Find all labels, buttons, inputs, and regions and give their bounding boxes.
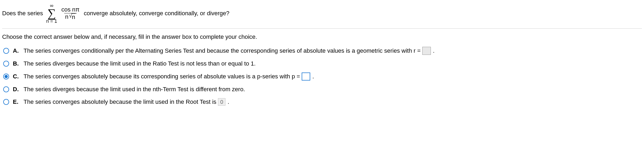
- choice-b[interactable]: B. The series diverges because the limit…: [3, 60, 642, 67]
- radio-d[interactable]: [3, 86, 9, 92]
- choice-a-label: A.: [13, 47, 20, 54]
- choice-e-input[interactable]: 0: [218, 98, 225, 106]
- choice-c[interactable]: C. The series converges absolutely becau…: [3, 72, 642, 81]
- sigma-symbol: ∑: [47, 8, 56, 19]
- choice-e-text-before: The series converges absolutely because …: [24, 98, 216, 105]
- choice-a-text: The series converges conditionally per t…: [24, 47, 435, 55]
- choice-c-label: C.: [13, 73, 20, 80]
- sigma-lower: n = 1: [46, 19, 57, 24]
- choice-c-text: The series converges absolutely because …: [24, 72, 314, 81]
- sigma-notation: ∞ ∑ n = 1: [46, 3, 57, 24]
- choice-a-text-before: The series converges conditionally per t…: [24, 47, 421, 54]
- choice-c-input[interactable]: [302, 72, 310, 81]
- choice-b-label: B.: [13, 60, 20, 67]
- choice-a-input[interactable]: [422, 47, 431, 55]
- fraction-denominator: n √ n: [64, 13, 77, 21]
- radio-c[interactable]: [3, 74, 9, 79]
- question-prefix: Does the series: [2, 10, 43, 17]
- instruction-text: Choose the correct answer below and, if …: [2, 33, 642, 47]
- choice-e-period: .: [228, 98, 229, 105]
- choice-e-label: E.: [13, 98, 20, 105]
- fraction-numerator: cos nπ: [60, 6, 80, 13]
- sqrt-radicand: n: [71, 13, 76, 21]
- choice-b-text: The series diverges because the limit us…: [24, 60, 256, 67]
- choice-e-text: The series converges absolutely because …: [24, 98, 229, 106]
- question-row: Does the series ∞ ∑ n = 1 cos nπ n √ n c…: [2, 2, 642, 28]
- divider: [2, 28, 642, 29]
- fraction: cos nπ n √ n: [60, 6, 80, 21]
- sqrt: √ n: [69, 13, 76, 21]
- choice-e[interactable]: E. The series converges absolutely becau…: [3, 98, 642, 106]
- choices-list: A. The series converges conditionally pe…: [2, 47, 642, 106]
- choice-a[interactable]: A. The series converges conditionally pe…: [3, 47, 642, 55]
- radio-b[interactable]: [3, 61, 9, 67]
- choice-c-period: .: [312, 73, 314, 80]
- choice-a-period: .: [433, 47, 435, 54]
- question-suffix: converge absolutely, converge conditiona…: [84, 10, 229, 17]
- radio-e[interactable]: [3, 99, 9, 105]
- radio-a[interactable]: [3, 48, 9, 54]
- choice-d-text: The series diverges because the limit us…: [24, 86, 245, 93]
- choice-d-label: D.: [13, 86, 20, 93]
- choice-d[interactable]: D. The series diverges because the limit…: [3, 86, 642, 93]
- den-left: n: [65, 13, 68, 20]
- choice-c-text-before: The series converges absolutely because …: [24, 73, 300, 80]
